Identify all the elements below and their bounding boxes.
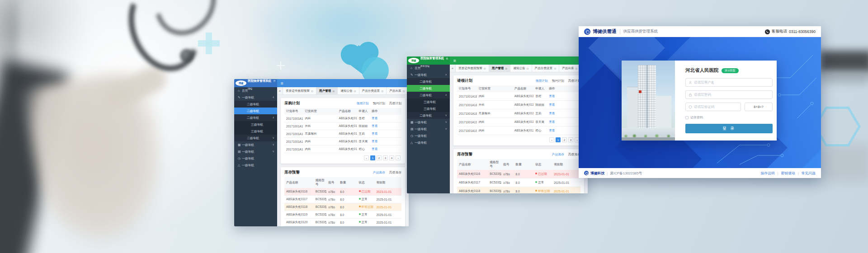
remember-password[interactable]: 记住密码 bbox=[685, 115, 773, 120]
sidebar-item[interactable]: ▤一级导航∨ bbox=[234, 148, 277, 155]
remember-checkbox[interactable] bbox=[685, 116, 689, 119]
sidebar-item-label: 首页 bbox=[242, 89, 248, 92]
sidebar-item[interactable]: ⌂首页 bbox=[407, 65, 450, 71]
page-button[interactable]: ‹ bbox=[364, 155, 369, 160]
plan-link[interactable]: 高值计划 bbox=[389, 101, 401, 106]
page-button[interactable]: 4 bbox=[389, 155, 394, 160]
page-button[interactable]: 1 bbox=[370, 155, 375, 160]
table-row: 20171001A188外科 ABS床头柜0117陈丽丽 查看 bbox=[457, 101, 580, 109]
stock-link[interactable]: 产品库存 bbox=[373, 170, 385, 175]
tab[interactable]: 通知公告 ⊙ bbox=[510, 65, 532, 72]
tab-close-icon[interactable]: ⊙ bbox=[354, 89, 356, 93]
sidebar-item[interactable]: ▦一级导航∨ bbox=[234, 141, 277, 148]
sidebar-item[interactable]: ✎一级导航∧ bbox=[407, 71, 450, 78]
tab-close-icon[interactable]: ⊙ bbox=[554, 67, 556, 70]
captcha-question[interactable]: 6+8=? bbox=[745, 103, 773, 111]
dark-sleeve-photo bbox=[0, 59, 70, 253]
sidebar-item[interactable]: 三级导航 bbox=[234, 128, 277, 135]
password-input[interactable] bbox=[694, 93, 769, 97]
view-link[interactable]: 查看 bbox=[549, 120, 555, 123]
chevron-icon: ∨ bbox=[445, 126, 447, 132]
sidebar-item[interactable]: ✎一级导航∧ bbox=[234, 94, 277, 101]
tab-close-icon[interactable]: ⊙ bbox=[484, 67, 486, 70]
hand-photo bbox=[22, 67, 181, 253]
footer-link[interactable]: 密钥驱动 bbox=[775, 171, 795, 176]
sidebar-item-icon: △ bbox=[410, 139, 415, 146]
tab-close-icon[interactable]: ⊙ bbox=[381, 89, 383, 93]
tab[interactable]: 通知公告 ⊙ bbox=[338, 87, 359, 94]
chevron-icon: ∨ bbox=[273, 148, 274, 155]
page-button[interactable]: 1 bbox=[556, 137, 561, 142]
footer-link[interactable]: 常见问题 bbox=[795, 171, 816, 176]
tab-label: 通知公告 bbox=[513, 66, 525, 70]
sidebar-item[interactable]: △一级导航 bbox=[407, 139, 450, 146]
sidebar-item[interactable]: 三级导航 bbox=[407, 105, 450, 112]
view-link[interactable]: 查看 bbox=[372, 140, 377, 143]
collapse-tabs-icon[interactable]: « bbox=[450, 65, 456, 72]
tab[interactable]: 资质证件效期预警 ⊙ bbox=[456, 65, 489, 72]
tab[interactable]: 用户管理 ⊙ bbox=[316, 87, 338, 94]
captcha-input[interactable] bbox=[694, 105, 738, 109]
tab[interactable]: 用户管理 ⊙ bbox=[489, 65, 510, 72]
sidebar-item-label: 一级导航 bbox=[242, 150, 254, 153]
tab-close-icon[interactable]: ⊙ bbox=[505, 67, 507, 70]
tab[interactable]: 产品分类设置 ⊙ bbox=[359, 87, 387, 94]
plan-link[interactable]: 预约计划 bbox=[373, 101, 385, 106]
sidebar-item[interactable]: 三级导航 bbox=[234, 121, 277, 128]
username-input[interactable] bbox=[694, 80, 769, 84]
view-link[interactable]: 查看 bbox=[372, 124, 377, 127]
plan-link[interactable]: 预约计划 bbox=[552, 79, 564, 83]
sidebar-item[interactable]: ▦一级导航∨ bbox=[407, 119, 450, 126]
stock-link[interactable]: 产品库存 bbox=[552, 152, 564, 157]
page-button[interactable]: › bbox=[396, 155, 401, 160]
sidebar-item[interactable]: 二级导航 bbox=[407, 85, 450, 92]
tab[interactable]: 产品出库 ⊙ bbox=[387, 87, 408, 94]
tab-close-icon[interactable]: ⊙ bbox=[311, 89, 313, 93]
plan-link[interactable]: 领用计划 bbox=[535, 79, 547, 83]
sidebar-item[interactable]: 二级导航 bbox=[234, 108, 277, 114]
page-button[interactable]: 3 bbox=[568, 137, 573, 142]
sidebar-item[interactable]: ⌂首页 bbox=[234, 87, 277, 94]
tab[interactable]: 产品出库 ⊙ bbox=[559, 65, 580, 72]
password-field bbox=[685, 90, 773, 99]
sidebar-item[interactable]: 二级导航∨ bbox=[407, 112, 450, 119]
menu-icon[interactable]: ≡ bbox=[281, 81, 283, 86]
view-link[interactable]: 查看 bbox=[549, 103, 555, 106]
sidebar-item[interactable]: ◷一级导航 bbox=[407, 132, 450, 139]
sidebar-item[interactable]: 二级导航∧ bbox=[407, 92, 450, 98]
view-link[interactable]: 查看 bbox=[372, 147, 377, 150]
tab-close-icon[interactable]: ⊙ bbox=[332, 89, 335, 93]
status-badge: 正常 bbox=[359, 220, 368, 224]
collapse-tabs-icon[interactable]: « bbox=[277, 87, 283, 94]
table-row: 20171001A186内科 ABS床头柜0116李程 查看 bbox=[457, 92, 580, 101]
view-link[interactable]: 查看 bbox=[549, 112, 555, 115]
sidebar-item[interactable]: 二级导航∧ bbox=[234, 114, 277, 121]
tab-close-icon[interactable]: ⊙ bbox=[403, 89, 405, 93]
tab[interactable]: 产品分类设置 ⊙ bbox=[532, 65, 560, 72]
page-button[interactable]: ‹ bbox=[549, 137, 554, 142]
view-link[interactable]: 查看 bbox=[372, 132, 377, 135]
sidebar-item[interactable]: △一级导航 bbox=[234, 162, 277, 169]
admin-tabbar: « 资质证件效期预警 ⊙ 用户管理 ⊙ bbox=[277, 87, 409, 95]
tab-close-icon[interactable]: ⊙ bbox=[527, 67, 529, 70]
sidebar-item-icon: ▦ bbox=[410, 119, 415, 126]
view-link[interactable]: 查看 bbox=[549, 94, 555, 98]
page-button[interactable]: 2 bbox=[377, 155, 382, 160]
stock-link[interactable]: 高值库存 bbox=[389, 170, 401, 175]
page-button[interactable]: 3 bbox=[383, 155, 388, 160]
tab-close-icon[interactable]: ⊙ bbox=[576, 67, 578, 70]
sidebar-item[interactable]: 二级导航 bbox=[234, 101, 277, 108]
footer-link[interactable]: 操作说明 bbox=[760, 171, 774, 176]
view-link[interactable]: 查看 bbox=[372, 117, 377, 120]
view-link[interactable]: 查看 bbox=[549, 129, 555, 132]
sidebar-item[interactable]: ◷一级导航 bbox=[234, 155, 277, 162]
sidebar-item[interactable]: 二级导航 bbox=[407, 78, 450, 85]
menu-icon[interactable]: ≡ bbox=[453, 58, 456, 63]
tab[interactable]: 资质证件效期预警 ⊙ bbox=[283, 87, 316, 94]
sidebar-item[interactable]: ▤一级导航∨ bbox=[407, 126, 450, 132]
page-button[interactable]: 2 bbox=[562, 137, 567, 142]
plan-link[interactable]: 领用计划 bbox=[356, 101, 368, 106]
sidebar-item[interactable]: 三级导航 bbox=[407, 98, 450, 105]
sidebar-item[interactable]: 二级导航∨ bbox=[234, 135, 277, 141]
login-button[interactable]: 登 录 bbox=[685, 124, 773, 133]
